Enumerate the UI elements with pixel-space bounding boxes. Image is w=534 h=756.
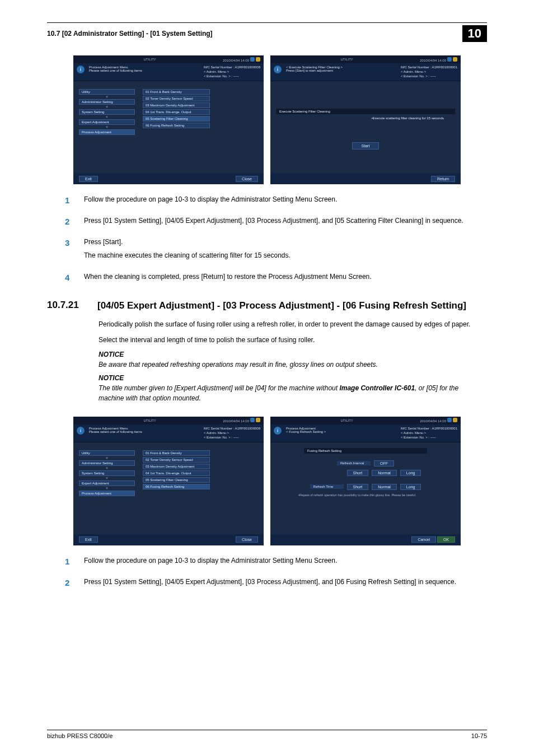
option-button[interactable]: Normal (372, 470, 397, 476)
footer-left: bizhub PRESS C8000/e (47, 732, 113, 739)
start-button[interactable]: Start (352, 142, 380, 150)
notice-text: Be aware that repeated refreshing operat… (99, 360, 483, 370)
steps-list-2: 1 Follow the procedure on page 10-3 to d… (65, 556, 483, 590)
ss-r3: < Extension No. > : ----- (401, 74, 457, 79)
step-number: 4 (65, 272, 73, 285)
menu-item[interactable]: 04 1st Trans. Dis-enge. Output (143, 470, 210, 476)
bread-item[interactable]: Utility (79, 89, 135, 95)
chevron-down-icon: ▼ (79, 116, 135, 118)
help-icon (453, 57, 457, 62)
info-icon (447, 418, 452, 422)
return-button[interactable]: Return (431, 176, 455, 182)
paragraph: Periodically polish the surface of fusin… (99, 319, 483, 329)
row-label: Refresh Interval (337, 461, 371, 465)
menu-list: 01 Front & Back Density 02 Toner Density… (143, 450, 210, 496)
bread-item[interactable]: System Setting (79, 109, 135, 115)
menu-item[interactable]: 05 Scattering Filter Cleaning (143, 116, 210, 122)
option-button[interactable]: Normal (372, 484, 397, 490)
cancel-button[interactable]: Cancel (411, 536, 436, 543)
menu-item[interactable]: 02 Toner Density Sensor Speed (143, 96, 210, 101)
ss-h2: Please select one of following items (89, 430, 142, 433)
ss-r3: < Extension No. > : ----- (401, 436, 457, 440)
step: 2 Press [01 System Setting], [04/05 Expe… (65, 216, 483, 229)
menu-item[interactable]: 01 Front & Back Density (143, 89, 210, 95)
menu-item[interactable]: 06 Fusing Refresh Setting (143, 484, 210, 489)
header-breadcrumb: 10.7 [02 Administrator Setting] - [01 Sy… (47, 30, 213, 38)
step-text: Press [Start]. (84, 237, 291, 247)
step-text: Press [01 System Setting], [04/05 Expert… (84, 216, 463, 226)
bread-item[interactable]: Expert Adjustment (79, 119, 135, 125)
ss-r2: < Admin. Menu > (204, 431, 260, 436)
bread-item[interactable]: Process Adjustment (79, 491, 135, 496)
section-heading: 10.7.21 [04/05 Expert Adjustment] - [03 … (47, 300, 487, 312)
menu-item[interactable]: 03 Maximum Density Adjustment (143, 464, 210, 469)
menu-item[interactable]: 02 Toner Density Sensor Speed (143, 457, 210, 463)
chevron-down-icon: ▼ (79, 106, 135, 108)
option-button[interactable]: Long (400, 470, 421, 476)
step-number: 3 (65, 237, 73, 264)
step-number: 1 (65, 556, 73, 569)
bread-item[interactable]: Expert Adjustment (79, 480, 135, 486)
ss-title: UTILITY (143, 419, 156, 422)
ss-title: UTILITY (340, 58, 353, 61)
menu-item[interactable]: 05 Scattering Filter Cleaning (143, 477, 210, 483)
exit-button[interactable]: Exit (79, 176, 98, 182)
option-button[interactable]: Long (400, 484, 421, 490)
screenshot-1-right: UTILITY 2010/04/04 14:00 i < Execute Sca… (270, 55, 461, 184)
chapter-badge: 10 (462, 25, 487, 42)
chevron-down-icon: ▼ (79, 467, 135, 469)
ss-r3: < Extension No. > : ----- (204, 436, 260, 440)
step-text: Press [01 System Setting], [04/05 Expert… (84, 577, 456, 587)
ss-r1: M/C Serial Number : A1RF001000008 (204, 66, 260, 70)
menu-item[interactable]: 01 Front & Back Density (143, 450, 210, 456)
panel-title: Fusing Refresh Setting (304, 448, 427, 454)
ss-title: UTILITY (340, 419, 353, 422)
ss-h2: < Fusing Refresh Setting > (286, 430, 326, 433)
ss-h2: Please select one of following items (89, 69, 142, 72)
menu-item[interactable]: 06 Fusing Refresh Setting (143, 123, 210, 128)
step-text: When the cleaning is completed, press [R… (84, 272, 372, 282)
step-number: 1 (65, 194, 73, 208)
bread-item[interactable]: System Setting (79, 470, 135, 476)
step-text: The machine executes the cleaning of sca… (84, 250, 291, 260)
option-button[interactable]: Short (347, 470, 369, 476)
screenshot-2-right: UTILITY 2010/04/04 14:00 i Process Adjus… (270, 417, 461, 545)
help-icon (256, 57, 260, 62)
option-button[interactable]: Short (347, 484, 369, 490)
step-number: 2 (65, 216, 73, 229)
notice-label: NOTICE (99, 351, 487, 358)
ss-r1: M/C Serial Number : A1RF001000001 (401, 66, 457, 70)
step: 2 Press [01 System Setting], [04/05 Expe… (65, 577, 483, 590)
chevron-down-icon: ▼ (79, 126, 135, 128)
notice-label: NOTICE (99, 374, 487, 382)
info-icon (250, 57, 255, 62)
paragraph: Select the interval and length of time t… (99, 335, 483, 345)
step: 3 Press [Start]. The machine executes th… (65, 237, 483, 264)
bread-item[interactable]: Process Adjustment (79, 129, 135, 135)
close-button[interactable]: Close (236, 176, 258, 182)
info-icon (447, 57, 452, 62)
bread-item[interactable]: Administrator Setting (79, 460, 135, 466)
bread-item[interactable]: Utility (79, 450, 135, 456)
notice-pre: The title number given to [Expert Adjust… (99, 384, 339, 392)
menu-item[interactable]: 03 Maximum Density Adjustment (143, 102, 210, 108)
breadcrumb-list: Utility ▼ Administrator Setting ▼ System… (79, 450, 135, 496)
chevron-down-icon: ▼ (79, 477, 135, 479)
screenshot-1-left: UTILITY 2010/04/04 14:00 i Process Adjus… (73, 55, 264, 184)
ok-button[interactable]: OK (437, 536, 455, 543)
screenshot-row-1: UTILITY 2010/04/04 14:00 i Process Adjus… (47, 55, 487, 184)
step: 1 Follow the procedure on page 10-3 to d… (65, 556, 483, 569)
chevron-down-icon: ▼ (79, 487, 135, 489)
i-icon: i (274, 427, 282, 435)
panel-title: Execute Scattering Filter Cleaning (276, 109, 455, 114)
section-number: 10.7.21 (47, 300, 87, 311)
exit-button[interactable]: Exit (79, 536, 98, 543)
close-button[interactable]: Close (236, 536, 258, 543)
option-button[interactable]: OFF (374, 460, 394, 466)
small-note: •Repeat of refresh operation has possibi… (276, 493, 455, 497)
ss-h2: Press [Start] to start adjustment (286, 69, 343, 72)
bread-item[interactable]: Administrator Setting (79, 99, 135, 105)
menu-item[interactable]: 04 1st Trans. Dis-enge. Output (143, 109, 210, 115)
notice-bold: Image Controller IC-601 (339, 384, 415, 392)
ss-r1: M/C Serial Number : A1RF001000001 (401, 427, 457, 431)
